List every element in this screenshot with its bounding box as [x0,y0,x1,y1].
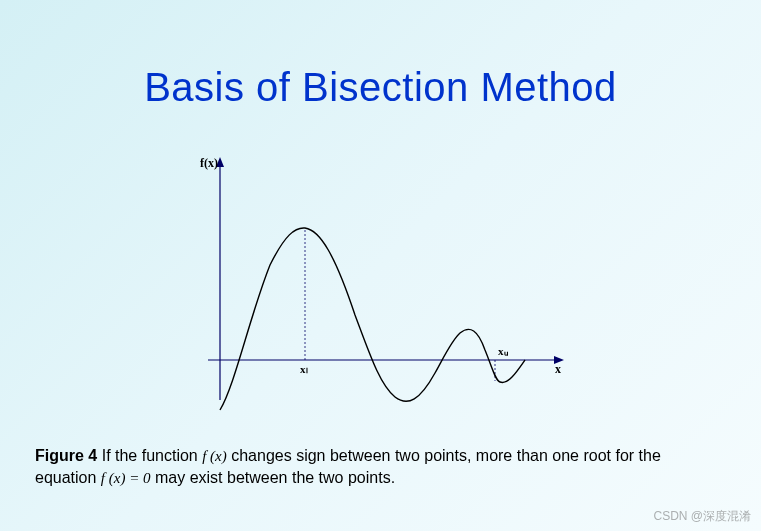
caption-text-3: may exist between the two points. [151,469,396,486]
math-eq: f (x) = 0 [101,470,151,486]
math-fx: f (x) [202,448,227,464]
x-axis-label: x [555,362,561,376]
xl-label: xₗ [300,363,308,375]
page-title: Basis of Bisection Method [0,0,761,110]
bisection-chart: f(x) x xₗ xᵤ [200,155,570,415]
figure-caption: Figure 4 If the function f (x) changes s… [35,445,725,490]
caption-text-1: If the function [97,447,202,464]
xu-label: xᵤ [498,345,508,357]
function-curve [220,228,525,410]
watermark: CSDN @深度混淆 [653,508,751,525]
figure-label: Figure 4 [35,447,97,464]
y-axis-label: f(x) [200,156,218,170]
